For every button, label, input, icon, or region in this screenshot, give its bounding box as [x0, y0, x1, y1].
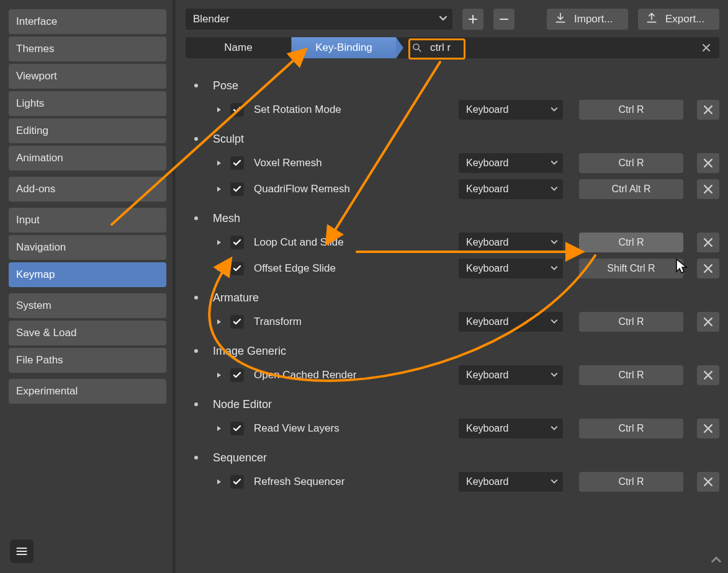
panel-collapse-chevron[interactable]: [711, 554, 722, 568]
add-preset-button[interactable]: [462, 9, 483, 30]
disclosure-triangle[interactable]: [214, 184, 224, 194]
sidebar-item-experimental[interactable]: Experimental: [9, 379, 166, 404]
disclosure-triangle[interactable]: [214, 424, 224, 433]
keymap-row: Offset Edge Slide Keyboard Shift Ctrl R: [189, 255, 719, 282]
category-label: Sequencer: [213, 451, 267, 464]
export-button[interactable]: Export...: [638, 9, 719, 30]
disclosure-triangle[interactable]: [214, 477, 224, 487]
search-input[interactable]: [429, 41, 692, 55]
sidebar-item-save-load[interactable]: Save & Load: [9, 321, 166, 345]
enable-checkbox[interactable]: [230, 103, 244, 117]
input-device-dropdown[interactable]: Keyboard: [459, 259, 563, 278]
keymap-name: Transform: [254, 316, 302, 328]
shortcut-button[interactable]: Ctrl R: [579, 100, 683, 120]
chevron-down-icon: [550, 370, 558, 381]
sidebar-item-viewport[interactable]: Viewport: [9, 64, 166, 89]
enable-checkbox[interactable]: [230, 475, 244, 489]
filter-tab-keybinding[interactable]: Key-Binding: [291, 37, 397, 58]
device-label: Keyboard: [466, 104, 509, 115]
chevron-down-icon: [550, 237, 558, 248]
sidebar-item-add-ons[interactable]: Add-ons: [9, 177, 166, 202]
input-device-dropdown[interactable]: Keyboard: [459, 419, 563, 438]
sidebar-item-animation[interactable]: Animation: [9, 146, 166, 171]
input-device-dropdown[interactable]: Keyboard: [459, 312, 563, 332]
shortcut-button[interactable]: Ctrl R: [579, 312, 683, 332]
preset-dropdown[interactable]: Blender: [186, 9, 452, 30]
device-label: Keyboard: [466, 476, 509, 487]
shortcut-button[interactable]: Shift Ctrl R: [579, 259, 683, 278]
disclosure-triangle[interactable]: [214, 158, 224, 168]
input-device-dropdown[interactable]: Keyboard: [459, 153, 563, 173]
category-label: Mesh: [213, 212, 240, 225]
keymap-name: Read View Layers: [254, 422, 339, 435]
import-label: Import...: [574, 13, 613, 25]
clear-search-button[interactable]: [698, 40, 714, 56]
filter-tab-name[interactable]: Name: [186, 37, 291, 58]
device-label: Keyboard: [466, 370, 509, 381]
filter-tab-keybinding-label: Key-Binding: [315, 42, 372, 54]
disclosure-triangle[interactable]: [214, 238, 224, 247]
hamburger-menu-button[interactable]: [10, 540, 34, 563]
category-label: Sculpt: [213, 133, 244, 146]
sidebar-item-editing[interactable]: Editing: [9, 118, 166, 143]
input-device-dropdown[interactable]: Keyboard: [459, 179, 563, 199]
shortcut-button[interactable]: Ctrl R: [579, 365, 683, 385]
shortcut-button[interactable]: Ctrl R: [579, 419, 683, 438]
sidebar-item-keymap[interactable]: Keymap: [9, 262, 166, 287]
sidebar-item-navigation[interactable]: Navigation: [9, 235, 166, 260]
top-row: Blender Import...: [186, 9, 719, 30]
enable-checkbox[interactable]: [230, 182, 244, 196]
sidebar-item-themes[interactable]: Themes: [9, 37, 166, 61]
keymap-name: Open Cached Render: [254, 369, 356, 381]
input-device-dropdown[interactable]: Keyboard: [459, 233, 563, 252]
keymap-row: QuadriFlow Remesh Keyboard Ctrl Alt R: [189, 176, 719, 202]
sidebar-item-file-paths[interactable]: File Paths: [9, 348, 166, 373]
disclosure-triangle[interactable]: [214, 370, 224, 380]
chevron-down-icon: [550, 263, 558, 274]
enable-checkbox[interactable]: [230, 422, 244, 435]
keymap-row: Voxel Remesh Keyboard Ctrl R: [189, 150, 719, 176]
remove-keymap-button[interactable]: [697, 312, 719, 332]
category-sequencer: Sequencer: [189, 446, 719, 469]
sidebar-item-lights[interactable]: Lights: [9, 91, 166, 116]
category-pose: Pose: [189, 74, 719, 97]
category-label: Image Generic: [213, 345, 286, 358]
remove-keymap-button[interactable]: [697, 233, 719, 252]
shortcut-button[interactable]: Ctrl R: [579, 472, 683, 492]
sidebar-item-system[interactable]: System: [9, 293, 166, 318]
enable-checkbox[interactable]: [230, 315, 244, 329]
input-device-dropdown[interactable]: Keyboard: [459, 100, 563, 120]
keymap-name: QuadriFlow Remesh: [254, 183, 350, 195]
enable-checkbox[interactable]: [230, 236, 244, 249]
enable-checkbox[interactable]: [230, 156, 244, 170]
input-device-dropdown[interactable]: Keyboard: [459, 472, 563, 492]
keymap-row: Read View Layers Keyboard Ctrl R: [189, 415, 719, 442]
remove-keymap-button[interactable]: [697, 365, 719, 385]
import-button[interactable]: Import...: [547, 9, 628, 30]
keymap-row: Loop Cut and Slide Keyboard Ctrl R: [189, 229, 719, 255]
remove-keymap-button[interactable]: [697, 179, 719, 199]
sidebar-item-interface[interactable]: Interface: [9, 9, 166, 34]
category-sculpt: Sculpt: [189, 128, 719, 150]
enable-checkbox[interactable]: [230, 262, 244, 275]
remove-keymap-button[interactable]: [697, 419, 719, 438]
shortcut-button[interactable]: Ctrl R: [579, 153, 683, 173]
search-box[interactable]: [397, 37, 719, 58]
keymap-name: Set Rotation Mode: [254, 104, 341, 116]
disclosure-triangle[interactable]: [214, 317, 224, 327]
disclosure-triangle[interactable]: [214, 264, 224, 273]
chevron-down-icon: [550, 423, 558, 434]
svg-point-0: [413, 44, 419, 50]
remove-keymap-button[interactable]: [697, 472, 719, 492]
search-icon: [411, 42, 423, 53]
sidebar-item-input[interactable]: Input: [9, 208, 166, 233]
remove-keymap-button[interactable]: [697, 100, 719, 120]
remove-keymap-button[interactable]: [697, 259, 719, 278]
disclosure-triangle[interactable]: [214, 105, 224, 115]
remove-keymap-button[interactable]: [697, 153, 719, 173]
input-device-dropdown[interactable]: Keyboard: [459, 365, 563, 385]
shortcut-button[interactable]: Ctrl Alt R: [579, 179, 683, 199]
enable-checkbox[interactable]: [230, 368, 244, 382]
shortcut-button[interactable]: Ctrl R: [579, 233, 683, 252]
remove-preset-button[interactable]: [493, 9, 515, 30]
